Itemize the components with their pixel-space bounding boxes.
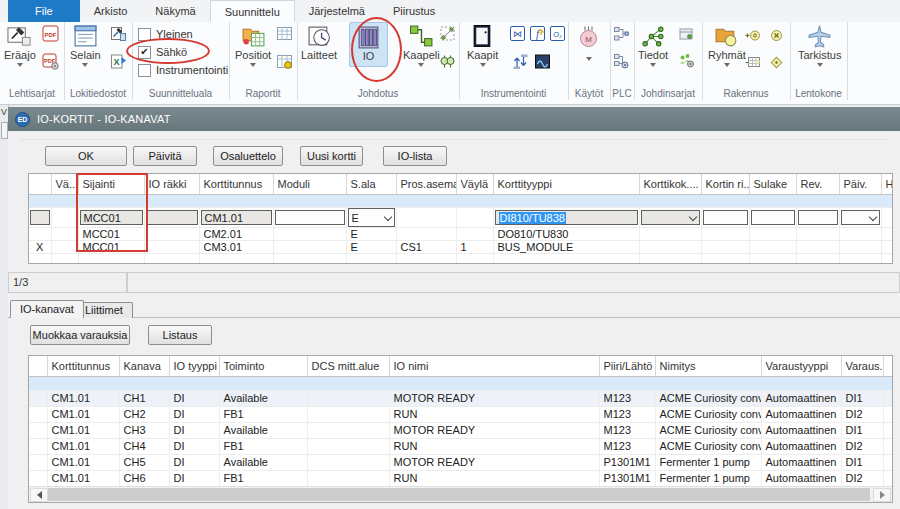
kaytot-button[interactable]: M — [576, 24, 601, 61]
scroll-left-button[interactable] — [30, 488, 48, 502]
table-row[interactable]: CM1.01 CH4 DI FB1 RUN M123 ACME Curiosit… — [29, 439, 893, 455]
col-sala[interactable]: S.ala — [346, 174, 396, 195]
positiot-button[interactable]: Positiot — [235, 24, 271, 67]
harness-frame-icon[interactable] — [678, 26, 695, 43]
col-io-tyyppi[interactable]: IO tyyppi — [169, 356, 219, 377]
moduli-edit[interactable] — [275, 210, 345, 225]
col-paiv[interactable]: Päiv. — [839, 174, 881, 195]
selain-button[interactable]: Selain — [70, 24, 101, 67]
zone-diamond-icon[interactable] — [768, 54, 785, 71]
tab-suunnittelu[interactable]: Suunnittelu — [210, 0, 295, 22]
actuator-doc-icon[interactable]: ƒ — [529, 25, 546, 42]
harness-settings-icon[interactable] — [678, 52, 695, 69]
valve-doc-icon[interactable]: ⋈ — [509, 25, 526, 42]
chevron-down-icon[interactable] — [688, 212, 696, 220]
col-va[interactable]: Vä... — [51, 174, 78, 195]
korttitunnus-edit[interactable]: CM1.01 — [201, 210, 272, 225]
empty-filter-row[interactable] — [29, 377, 893, 391]
korttityyppi-edit[interactable]: DI810/TU838 — [495, 210, 638, 225]
checkbox-yleinen[interactable]: Yleinen — [138, 27, 193, 41]
col-nimitys[interactable]: Nimitys — [655, 356, 761, 377]
col-korttitunnus[interactable]: Korttitunnus — [199, 174, 273, 195]
col-io-rakki[interactable]: IO räkki — [144, 174, 199, 195]
row-selector-header[interactable] — [29, 356, 47, 377]
empty-filter-row[interactable] — [29, 195, 893, 208]
table-row[interactable]: CM1.01 CH5 DI Available MOTOR READY P130… — [29, 455, 893, 471]
cable-coil-icon[interactable] — [439, 53, 456, 70]
io-lista-button[interactable]: IO-lista — [383, 146, 447, 166]
laitteet-button[interactable]: Laitteet — [301, 24, 337, 61]
sulake-edit[interactable] — [751, 210, 795, 225]
tab-jarjestelma[interactable]: Järjestelmä — [295, 0, 379, 22]
col-varaustyyppi[interactable]: Varaustyyppi — [761, 356, 841, 377]
korttikok-combobox[interactable] — [641, 210, 700, 225]
table-row[interactable]: MCC01 CM2.01 E DO810/TU830 — [29, 228, 893, 241]
tab-io-kanavat[interactable]: IO-kanavat — [10, 300, 84, 318]
chevron-down-icon[interactable] — [868, 212, 876, 220]
ryhmat-button[interactable]: Ryhmät — [708, 24, 746, 67]
tab-arkisto[interactable]: Arkisto — [80, 0, 142, 22]
scroll-right-button[interactable] — [873, 488, 891, 502]
sahko-checkbox-box[interactable]: ✔ — [138, 46, 151, 59]
col-io-nimi[interactable]: IO nimi — [389, 356, 599, 377]
col-moduli[interactable]: Moduli — [273, 174, 346, 195]
table-row-empty[interactable] — [29, 254, 893, 265]
chevron-down-icon[interactable] — [383, 212, 391, 220]
col-kortin-ri[interactable]: Kortin ri... — [701, 174, 749, 195]
col-varaus[interactable]: Varaus... — [841, 356, 883, 377]
ok-button[interactable]: OK — [45, 146, 127, 166]
col-toiminto[interactable]: Toiminto — [219, 356, 307, 377]
row-selector-header[interactable] — [29, 174, 51, 195]
col-piiri-lahto[interactable]: Piiri/Lähtö — [599, 356, 655, 377]
col-sulake[interactable]: Sulake — [749, 174, 796, 195]
table-row[interactable]: CM1.01 CH6 DI FB1 RUN P1301M1 Fermenter … — [29, 471, 893, 487]
checkbox-instrumentointi[interactable]: Instrumentointi — [138, 63, 228, 77]
pdf-icon[interactable]: PDF — [42, 25, 59, 42]
io-rakki-edit[interactable] — [146, 210, 198, 225]
muokkaa-varauksia-button[interactable]: Muokkaa varauksia — [30, 325, 130, 345]
remove-point-icon[interactable] — [768, 27, 785, 44]
tarkistus-button[interactable]: Tarkistus — [798, 24, 841, 67]
col-korttityyppi[interactable]: Korttityyppi — [493, 174, 639, 195]
report-table-settings-icon[interactable] — [276, 53, 293, 70]
col-hu[interactable]: Hu — [881, 174, 893, 195]
oxygen-doc-icon[interactable]: O₂ — [549, 25, 566, 42]
col-pros-asema[interactable]: Pros.asema — [396, 174, 456, 195]
kortin-ri-edit[interactable] — [703, 210, 748, 225]
row-selector-cell[interactable] — [30, 210, 50, 225]
kaapit-button[interactable]: Kaapit — [467, 24, 498, 67]
tiedot-button[interactable]: Tiedot — [638, 24, 668, 67]
left-panel-handle[interactable] — [1, 122, 8, 139]
tab-file[interactable]: File — [8, 0, 80, 22]
paivita-button[interactable]: Päivitä — [133, 146, 197, 166]
pdf-settings-icon[interactable]: PDF — [42, 53, 59, 70]
table-row[interactable]: CM1.01 CH2 DI FB1 RUN M123 ACME Curiosit… — [29, 407, 893, 423]
log-tool-icon[interactable] — [110, 25, 127, 42]
col-sijainti[interactable]: Sijainti — [78, 174, 144, 195]
add-point-icon[interactable] — [744, 27, 761, 44]
rev-edit[interactable] — [798, 210, 838, 225]
curve-doc-icon[interactable] — [534, 53, 551, 70]
instrumentointi-checkbox-box[interactable] — [138, 64, 151, 77]
col-kanava[interactable]: Kanava — [119, 356, 169, 377]
horizontal-scrollbar[interactable] — [29, 486, 892, 502]
table-row[interactable]: CM1.01 CH1 DI Available MOTOR READY M123… — [29, 391, 893, 407]
col-korttikok[interactable]: Korttikok.... — [639, 174, 701, 195]
tab-nakyma[interactable]: Näkymä — [141, 0, 209, 22]
plc-settings-icon[interactable] — [613, 53, 630, 70]
plc-structure-icon[interactable] — [613, 26, 630, 43]
col-rev[interactable]: Rev. — [796, 174, 839, 195]
tab-piirustus[interactable]: Piirustus — [379, 0, 449, 22]
sijainti-edit[interactable]: MCC01 — [80, 210, 143, 225]
table-row[interactable]: CM1.01 CH3 DI Available MOTOR READY M123… — [29, 423, 893, 439]
col-extra[interactable] — [883, 356, 893, 377]
io-button[interactable]: IO — [349, 22, 388, 67]
col-vayla[interactable]: Väylä — [456, 174, 493, 195]
eraajo-button[interactable]: Eräajo — [4, 24, 36, 67]
col-dcs-mitt-alue[interactable]: DCS mitt.alue — [307, 356, 389, 377]
osaluettelo-button[interactable]: Osaluettelo — [213, 146, 283, 166]
kaapeli-button[interactable]: Kaapeli — [403, 24, 440, 67]
group-table-icon[interactable] — [744, 54, 761, 71]
col-korttitunnus[interactable]: Korttitunnus — [47, 356, 119, 377]
uusi-kortti-button[interactable]: Uusi kortti — [300, 146, 363, 166]
